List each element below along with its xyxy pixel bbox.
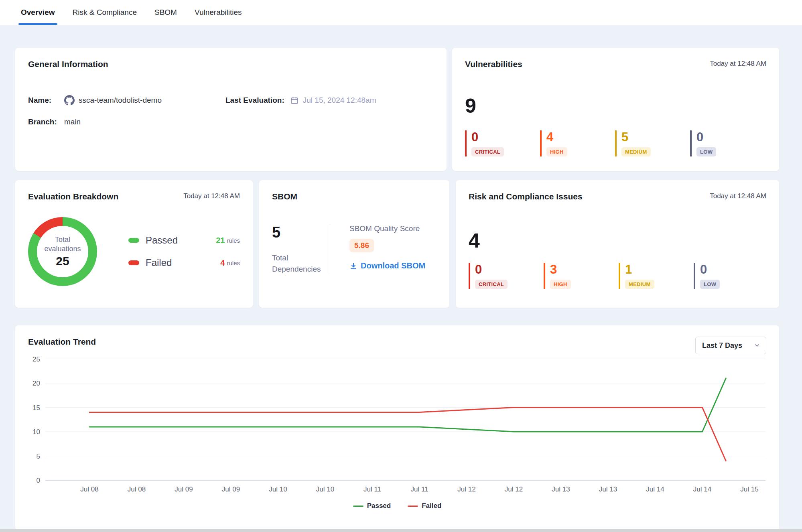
risk-compliance-severity-row: 0 CRITICAL 3 HIGH 1 MEDIUM 0 LOW	[469, 263, 766, 289]
tab-overview[interactable]: Overview	[20, 0, 56, 25]
severity-badge: LOW	[700, 280, 720, 289]
trend-legend: Passed Failed	[15, 502, 779, 510]
name-label: Name:	[28, 96, 60, 105]
svg-text:Jul 09: Jul 09	[175, 485, 193, 493]
legend-item-passed: Passed 21 rules	[128, 235, 240, 246]
branch-value: main	[64, 118, 81, 126]
failed-label: Failed	[146, 257, 220, 268]
vertical-divider	[330, 224, 330, 274]
evaluations-legend: Passed 21 rules Failed 4 rules	[128, 235, 240, 268]
severity-badge: HIGH	[550, 280, 571, 289]
passed-unit: rules	[227, 237, 240, 244]
severity-count: 0	[475, 263, 529, 276]
date-range-value: Last 7 Days	[702, 341, 742, 350]
severity-badge: LOW	[696, 147, 716, 156]
svg-text:Jul 15: Jul 15	[740, 485, 758, 493]
failed-line-swatch-icon	[408, 506, 418, 507]
branch-field: Branch: main	[28, 118, 225, 126]
svg-text:5: 5	[37, 453, 40, 460]
tab-bar: Overview Risk & Compliance SBOM Vulnerab…	[0, 0, 802, 25]
sbom-title: SBOM	[272, 191, 297, 202]
evaluation-breakdown-title: Evaluation Breakdown	[28, 191, 118, 202]
risk-compliance-timestamp: Today at 12:48 AM	[710, 191, 766, 201]
severity-item: 0 LOW	[694, 263, 754, 289]
failed-swatch-icon	[128, 260, 139, 265]
severity-item: 3 HIGH	[544, 263, 604, 289]
last-evaluation-field: Last Evaluation: Jul 15, 2024 12:48am	[225, 96, 434, 105]
severity-item: 1 MEDIUM	[619, 263, 679, 289]
severity-badge: HIGH	[546, 147, 567, 156]
donut-total-value: 25	[56, 254, 69, 268]
sbom-card: SBOM 5 Total Dependencies SBOM Quality S…	[259, 180, 449, 308]
severity-item: 0 LOW	[690, 130, 750, 156]
svg-text:Jul 13: Jul 13	[552, 485, 570, 493]
last-evaluation-label: Last Evaluation:	[225, 96, 284, 105]
failed-unit: rules	[227, 260, 240, 266]
svg-text:20: 20	[32, 380, 40, 387]
svg-text:Jul 10: Jul 10	[316, 485, 334, 493]
chevron-down-icon	[754, 342, 760, 349]
svg-text:Jul 09: Jul 09	[222, 485, 240, 493]
risk-compliance-title: Risk and Compliance Issues	[469, 191, 583, 202]
evaluation-breakdown-timestamp: Today at 12:48 AM	[183, 191, 240, 201]
donut-center: Total evaluations 25	[37, 226, 88, 277]
vulnerabilities-severity-row: 0 CRITICAL 4 HIGH 5 MEDIUM 0 LOW	[465, 130, 766, 156]
evaluation-trend-title: Evaluation Trend	[28, 337, 96, 347]
total-dependencies-value: 5	[272, 224, 328, 240]
svg-text:0: 0	[37, 477, 40, 484]
evaluation-trend-card: Evaluation Trend Last 7 Days 0510152025J…	[15, 325, 779, 530]
severity-item: 4 HIGH	[540, 130, 600, 156]
passed-count: 21	[216, 236, 225, 245]
severity-count: 5	[621, 130, 675, 144]
svg-text:Jul 11: Jul 11	[410, 485, 428, 493]
svg-text:10: 10	[32, 428, 40, 436]
severity-item: 5 MEDIUM	[615, 130, 675, 156]
svg-text:Jul 08: Jul 08	[128, 485, 146, 493]
svg-text:Jul 13: Jul 13	[599, 485, 617, 493]
svg-text:Jul 14: Jul 14	[693, 485, 711, 493]
vulnerabilities-title: Vulnerabilities	[465, 59, 522, 69]
severity-badge: CRITICAL	[471, 147, 504, 156]
severity-badge: MEDIUM	[625, 280, 654, 289]
risk-compliance-total: 4	[469, 230, 766, 252]
horizontal-scrollbar[interactable]	[0, 529, 802, 532]
severity-count: 0	[696, 130, 750, 144]
sbom-quality-score-badge: 5.86	[349, 239, 374, 252]
svg-text:15: 15	[32, 404, 40, 412]
legend-item-failed: Failed 4 rules	[128, 257, 240, 268]
svg-text:Jul 08: Jul 08	[80, 485, 98, 493]
svg-text:Jul 10: Jul 10	[269, 485, 287, 493]
svg-text:25: 25	[32, 355, 40, 363]
vulnerabilities-card: Vulnerabilities Today at 12:48 AM 9 0 CR…	[452, 48, 779, 171]
passed-line-swatch-icon	[353, 506, 363, 507]
last-evaluation-value: Jul 15, 2024 12:48am	[303, 96, 376, 105]
severity-count: 3	[550, 263, 604, 276]
tab-vulnerabilities[interactable]: Vulnerabilities	[194, 0, 243, 25]
tab-risk-compliance[interactable]: Risk & Compliance	[72, 0, 138, 25]
donut-center-label-2: evaluations	[44, 244, 81, 254]
general-information-title: General Information	[28, 59, 108, 69]
vulnerabilities-total: 9	[465, 95, 766, 117]
trend-legend-failed: Failed	[408, 502, 441, 510]
download-sbom-link[interactable]: Download SBOM	[349, 261, 425, 270]
vulnerabilities-timestamp: Today at 12:48 AM	[710, 59, 766, 69]
evaluations-donut-chart: Total evaluations 25	[28, 217, 97, 286]
passed-label: Passed	[146, 235, 216, 246]
severity-item: 0 CRITICAL	[465, 130, 525, 156]
trend-legend-passed: Passed	[353, 502, 391, 510]
calendar-icon	[290, 96, 299, 105]
download-sbom-label: Download SBOM	[361, 261, 425, 270]
failed-count: 4	[220, 258, 225, 268]
general-information-card: General Information Name: ssca-team/todo…	[15, 48, 447, 171]
download-icon	[349, 262, 357, 270]
severity-count: 0	[700, 263, 754, 276]
repo-name-value: ssca-team/todolist-demo	[79, 96, 162, 105]
date-range-select[interactable]: Last 7 Days	[695, 337, 766, 354]
donut-center-label-1: Total	[55, 235, 70, 244]
tab-sbom[interactable]: SBOM	[154, 0, 178, 25]
severity-count: 1	[625, 263, 679, 276]
severity-count: 4	[546, 130, 600, 144]
risk-compliance-card: Risk and Compliance Issues Today at 12:4…	[456, 180, 779, 308]
svg-text:Jul 11: Jul 11	[363, 485, 381, 493]
dashboard: General Information Name: ssca-team/todo…	[0, 25, 802, 530]
